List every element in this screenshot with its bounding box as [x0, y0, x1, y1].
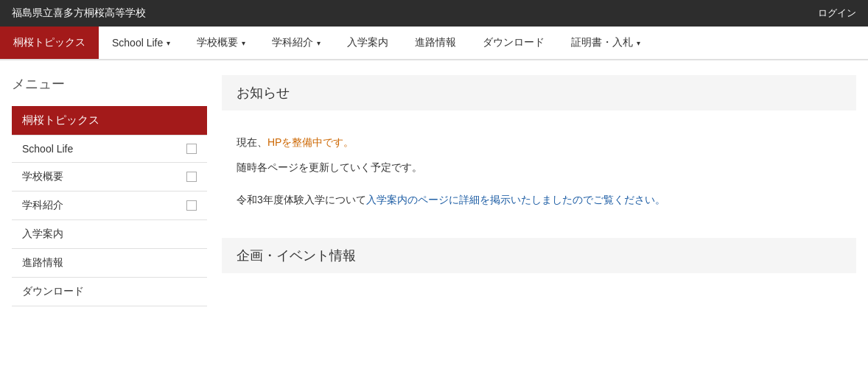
nav-item-gakkou-gaiyou[interactable]: 学校概要 ▾ [183, 27, 259, 59]
event-section-header: 企画・イベント情報 [222, 238, 856, 273]
nav-item-gakka-shoukai[interactable]: 学科紹介 ▾ [259, 27, 334, 59]
content-area: お知らせ 現在、HPを整備中です。 随時各ページを更新していく予定です。 令和3… [222, 75, 856, 306]
sidebar-item-active[interactable]: 桐桜トピックス [12, 106, 207, 135]
nav-bar: 桐桜トピックス School Life ▾ 学校概要 ▾ 学科紹介 ▾ 入学案内… [0, 27, 868, 60]
chevron-down-icon: ▾ [317, 39, 321, 47]
notice-paragraph-2: 随時各ページを更新していく予定です。 [237, 159, 841, 177]
notice-paragraph-3: 令和3年度体験入学について入学案内のページに詳細を掲示いたしましたのでご覧くださ… [237, 191, 841, 209]
sidebar-item-download[interactable]: ダウンロード [12, 277, 207, 306]
notice-body: 現在、HPを整備中です。 随時各ページを更新していく予定です。 令和3年度体験入… [222, 122, 856, 238]
sidebar-item-shinro[interactable]: 進路情報 [12, 248, 207, 277]
login-link[interactable]: ログイン [818, 7, 856, 20]
main-wrapper: メニュー 桐桜トピックス School Life 学校概要 学科紹介 入学案内 … [0, 60, 868, 321]
sidebar-item-gakkou-gaiyou[interactable]: 学校概要 [12, 162, 207, 191]
notice-paragraph-1: 現在、HPを整備中です。 [237, 134, 841, 152]
nav-item-download[interactable]: ダウンロード [469, 27, 558, 59]
chevron-down-icon: ▾ [637, 39, 640, 47]
sidebar-item-school-life[interactable]: School Life [12, 135, 207, 162]
expand-icon [186, 200, 197, 211]
notice-heading: お知らせ [237, 84, 841, 102]
sidebar: メニュー 桐桜トピックス School Life 学校概要 学科紹介 入学案内 … [12, 75, 207, 306]
notice-hp-link[interactable]: HPを整備中です。 [267, 136, 354, 148]
notice-line1-prefix: 現在、 [237, 136, 267, 148]
sidebar-item-nyuugaku[interactable]: 入学案内 [12, 219, 207, 248]
expand-icon [186, 144, 197, 154]
event-heading: 企画・イベント情報 [237, 247, 841, 264]
nav-item-shoumei[interactable]: 証明書・入札 ▾ [558, 27, 654, 59]
nav-item-topics[interactable]: 桐桜トピックス [0, 27, 99, 59]
top-bar: 福島県立喜多方桐桜高等学校 ログイン [0, 0, 868, 27]
notice-nyuugaku-link[interactable]: 入学案内のページに詳細を掲示いたしましたのでご覧ください。 [366, 194, 665, 205]
notice-line3-prefix: 令和3年度体験入学について [237, 194, 366, 205]
notice-section-header: お知らせ [222, 75, 856, 110]
sidebar-heading: メニュー [12, 75, 207, 96]
nav-item-shinro[interactable]: 進路情報 [402, 27, 469, 59]
nav-item-school-life[interactable]: School Life ▾ [99, 27, 183, 59]
sidebar-item-gakka-shoukai[interactable]: 学科紹介 [12, 191, 207, 219]
chevron-down-icon: ▾ [167, 39, 170, 47]
notice-line2-text: 随時各ページを更新していく予定です。 [237, 161, 422, 173]
nav-item-nyuugaku[interactable]: 入学案内 [334, 27, 402, 59]
site-title: 福島県立喜多方桐桜高等学校 [12, 7, 146, 20]
expand-icon [186, 172, 197, 182]
chevron-down-icon: ▾ [242, 39, 245, 47]
